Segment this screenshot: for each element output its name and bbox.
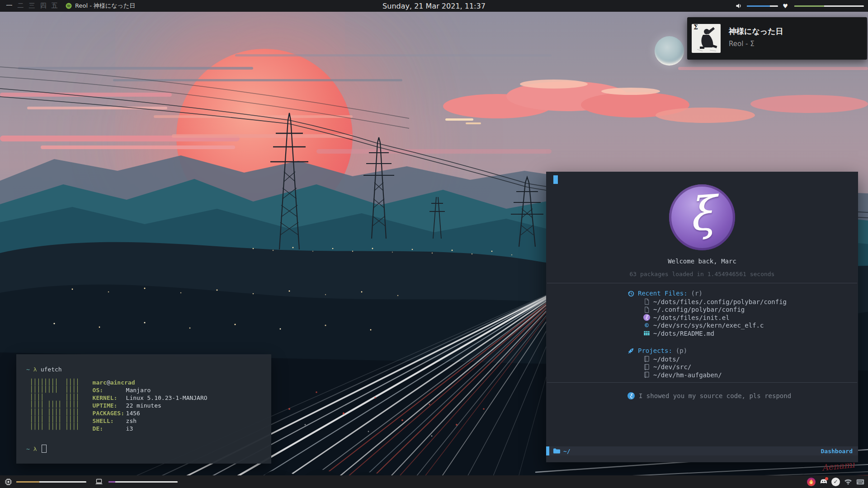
emacs-echo-area bbox=[546, 455, 858, 462]
memory-icon bbox=[95, 479, 103, 485]
folder-icon bbox=[553, 448, 561, 454]
repo-icon bbox=[643, 356, 650, 362]
workspace-3[interactable]: 三 bbox=[28, 2, 35, 10]
modeline-buffer-name: Dashboard bbox=[821, 448, 853, 455]
recent-file-row[interactable]: ~/.config/polybar/config bbox=[643, 306, 787, 314]
system-tray: ✓ bbox=[807, 475, 864, 488]
now-playing-module[interactable]: Reol - 神様になった日 bbox=[66, 2, 135, 10]
recent-file-row[interactable]: ~/dots/README.md bbox=[643, 329, 787, 338]
recent-file-row[interactable]: ~/dots/files/.config/polybar/config bbox=[643, 298, 787, 306]
flame-app-icon[interactable] bbox=[807, 478, 816, 486]
recent-files-shortcut: (r) bbox=[691, 290, 703, 297]
check-icon[interactable]: ✓ bbox=[831, 478, 840, 486]
memory-usage-bar[interactable] bbox=[108, 481, 178, 483]
workspace-4[interactable]: 四 bbox=[40, 2, 47, 10]
cpu-usage-bar[interactable] bbox=[16, 481, 86, 483]
topbar-right-modules: ♥ bbox=[736, 0, 864, 12]
dashboard-welcome: Welcome back, Marc bbox=[546, 258, 858, 265]
manjaro-ascii-logo: ││││││││ ││││ ││││││││ ││││ ││││ ││││ ││… bbox=[30, 379, 80, 432]
emacs-file-icon: ξ bbox=[643, 314, 650, 321]
project-row[interactable]: ~/dots/ bbox=[643, 355, 722, 363]
emacs-window[interactable]: ξ Welcome back, Marc 63 packages loaded … bbox=[546, 172, 858, 462]
terminal-prompt[interactable]: ~λ bbox=[26, 445, 47, 453]
terminal-command: ufetch bbox=[41, 366, 62, 373]
album-art: Σ bbox=[692, 24, 721, 53]
repo-icon bbox=[643, 371, 650, 378]
workspace-2[interactable]: 二 bbox=[17, 2, 24, 10]
c-source-icon: © bbox=[643, 322, 650, 329]
keyboard-icon[interactable] bbox=[856, 478, 864, 486]
separator bbox=[547, 382, 857, 383]
recent-file-row[interactable]: ξ ~/dots/files/init.el bbox=[643, 314, 787, 322]
notification-badge bbox=[825, 477, 828, 480]
file-icon bbox=[643, 306, 650, 313]
repo-icon bbox=[643, 364, 650, 371]
spotify-icon bbox=[66, 3, 72, 9]
desktop: Aenami 一 二 三 四 五 Reol - 神様になった日 Sunday, … bbox=[0, 0, 868, 488]
song-progress-slider[interactable] bbox=[794, 5, 864, 7]
system-monitors bbox=[0, 478, 178, 486]
cpu-icon bbox=[5, 478, 12, 486]
modeline-accent-bar bbox=[546, 446, 549, 455]
dashboard-load-info: 63 packages loaded in 1.454946561 second… bbox=[546, 271, 858, 277]
music-notification[interactable]: Σ 神様になった日 Reol - Σ bbox=[687, 17, 867, 60]
emacs-logo: ξ bbox=[669, 184, 735, 250]
project-row[interactable]: ~/dev/src/ bbox=[643, 363, 722, 371]
recent-files-section: Recent Files: (r) ~/dots/files/.config/p… bbox=[627, 289, 787, 338]
project-row[interactable]: ~/dev/hm-aufgaben/ bbox=[643, 371, 722, 379]
recent-files-label: Recent Files: bbox=[638, 290, 688, 297]
projects-shortcut: (p) bbox=[676, 347, 687, 354]
terminal-window[interactable]: ~λufetch ││││││││ ││││ ││││││││ ││││ │││… bbox=[16, 354, 271, 464]
emacs-icon: ξ bbox=[627, 392, 635, 399]
bottom-polybar: ✓ bbox=[0, 475, 868, 488]
heart-icon: ♥ bbox=[783, 3, 788, 9]
album-sigma-symbol: Σ bbox=[693, 24, 698, 31]
user-host: marc@aincrad bbox=[93, 379, 208, 386]
projects-label: Projects: bbox=[638, 347, 672, 354]
ufetch-info: marc@aincrad OS:Manjaro KERNEL:Linux 5.1… bbox=[93, 379, 208, 432]
volume-icon bbox=[736, 3, 742, 9]
recent-file-row[interactable]: © ~/dev/src/sys/kern/exec_elf.c bbox=[643, 322, 787, 330]
modeline-directory: ~/ bbox=[563, 448, 571, 455]
ufetch-output: ││││││││ ││││ ││││││││ ││││ ││││ ││││ ││… bbox=[30, 379, 208, 432]
workspace-5[interactable]: 五 bbox=[51, 2, 58, 10]
workspace-switcher: 一 二 三 四 五 bbox=[0, 2, 58, 10]
emacs-modeline: ~/ Dashboard bbox=[546, 446, 858, 455]
emacs-cursor bbox=[553, 175, 558, 184]
history-icon bbox=[627, 290, 634, 297]
workspace-1[interactable]: 一 bbox=[6, 2, 13, 10]
volume-slider[interactable] bbox=[747, 5, 778, 7]
notification-subtitle: Reol - Σ bbox=[729, 40, 755, 48]
terminal-command-line: ~λufetch bbox=[26, 366, 62, 373]
rocket-icon bbox=[627, 347, 634, 354]
dashboard-footer-message: ξ I showed you my source code, pls respo… bbox=[627, 392, 791, 399]
notification-title: 神様になった日 bbox=[729, 26, 783, 37]
file-icon bbox=[643, 298, 650, 305]
emacs-logo-glyph: ξ bbox=[687, 186, 716, 242]
now-playing-label: Reol - 神様になった日 bbox=[75, 2, 135, 10]
markdown-icon bbox=[643, 330, 650, 337]
wifi-icon[interactable] bbox=[844, 478, 852, 486]
terminal-cursor bbox=[42, 445, 47, 453]
discord-icon[interactable] bbox=[819, 478, 828, 486]
separator bbox=[547, 283, 857, 283]
projects-section: Projects: (p) ~/dots/ ~/dev/src/ ~/dev/h… bbox=[627, 347, 722, 379]
